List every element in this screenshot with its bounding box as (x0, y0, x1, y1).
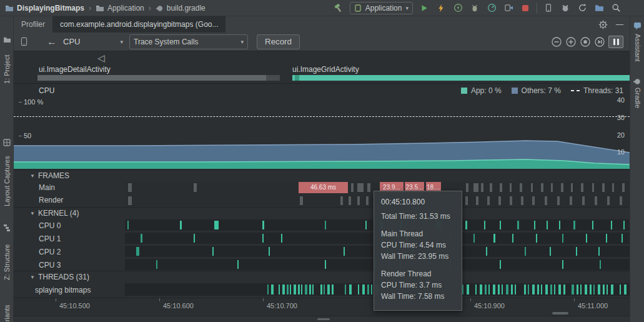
stop-button[interactable] (520, 3, 531, 14)
frame-block[interactable] (612, 183, 614, 192)
frame-block[interactable] (465, 196, 468, 205)
debug-icon[interactable] (469, 3, 480, 14)
frame-block[interactable] (520, 183, 522, 192)
frame-block[interactable] (340, 196, 343, 205)
frame-block[interactable] (531, 183, 533, 192)
device-manager-icon[interactable] (543, 3, 554, 14)
frame-block[interactable] (357, 183, 364, 192)
frame-block[interactable] (466, 183, 468, 192)
profile-button[interactable] (486, 3, 497, 14)
frame-block[interactable] (545, 196, 547, 205)
gradle-tool-icon[interactable] (633, 78, 642, 85)
frame-block[interactable] (498, 196, 501, 205)
kernel-section-header[interactable]: ▼KERNEL (4) (30, 209, 79, 218)
frame-block[interactable] (367, 183, 370, 192)
frame-block[interactable] (521, 196, 523, 205)
tab-profiler[interactable]: Profiler (14, 16, 52, 33)
zoom-out-button[interactable] (551, 36, 562, 48)
frame-block-janky[interactable]: 46.63 ms (299, 182, 348, 193)
frame-block[interactable] (592, 183, 594, 192)
frame-block[interactable] (532, 196, 535, 205)
tool-button-structure[interactable]: Z: Structure (3, 233, 11, 280)
frame-block[interactable] (300, 196, 303, 205)
sync-project-icon[interactable] (577, 3, 588, 14)
reset-zoom-button[interactable] (580, 36, 591, 48)
record-button[interactable]: Record (257, 34, 300, 49)
tool-button-layout-captures[interactable]: Layout Captures (3, 148, 11, 206)
breadcrumb-project[interactable]: DisplayingBitmaps (5, 4, 84, 13)
tool-button-gradle[interactable]: Gradle (634, 88, 642, 115)
zoom-in-button[interactable] (565, 36, 577, 48)
frame-block[interactable] (490, 183, 492, 192)
frames-section-header[interactable]: ▼FRAMES (30, 171, 69, 180)
project-tool-icon[interactable] (3, 36, 11, 43)
frame-block[interactable] (541, 183, 543, 192)
attach-debugger-icon[interactable] (503, 3, 514, 14)
assistant-tool-icon[interactable] (633, 22, 642, 30)
frame-block[interactable] (561, 183, 563, 192)
activity-label-detail[interactable]: ui.ImageDetailActivity (39, 65, 111, 74)
apply-code-changes-icon[interactable] (452, 3, 463, 14)
search-icon[interactable] (610, 3, 622, 14)
run-config-selector[interactable]: Application ▾ (350, 2, 413, 14)
frame-block[interactable] (510, 196, 512, 205)
bottom-bar-handle[interactable] (317, 318, 330, 320)
tool-button-build-variants[interactable]: ild Variants (3, 290, 11, 322)
frame-block[interactable] (571, 183, 573, 192)
frame-block[interactable] (595, 196, 597, 205)
frame-block[interactable] (557, 196, 560, 205)
cpu-activity-mark (156, 260, 157, 269)
time-axis-tick (574, 298, 575, 301)
trace-mode-select[interactable]: Trace System Calls ▾ (129, 34, 248, 49)
breadcrumb-file[interactable]: build.gradle (156, 4, 206, 13)
horizontal-scrollbar-thumb[interactable] (552, 312, 568, 314)
layout-captures-icon[interactable] (3, 139, 11, 146)
frame-block[interactable] (351, 183, 354, 192)
hide-panel-icon[interactable]: — (616, 20, 623, 29)
frame-block[interactable] (500, 183, 502, 192)
activity-label-grid[interactable]: ui.ImageGridActivity (292, 65, 359, 74)
device-file-explorer-icon[interactable] (593, 3, 605, 14)
frame-block[interactable] (194, 183, 197, 192)
build-hammer-icon[interactable] (333, 3, 344, 14)
session-device-icon[interactable] (20, 36, 28, 47)
frame-block[interactable] (473, 183, 478, 192)
frame-block[interactable] (357, 196, 360, 205)
frame-block[interactable] (510, 183, 512, 192)
goto-live-button[interactable] (594, 36, 605, 48)
tool-button-project[interactable]: 1: Project (3, 45, 11, 84)
structure-tool-icon[interactable] (3, 224, 11, 231)
gear-icon[interactable] (597, 19, 608, 30)
frame-block[interactable] (602, 183, 605, 192)
logcat-icon[interactable] (560, 3, 571, 14)
frame-block[interactable] (622, 183, 625, 192)
thread-row-label[interactable]: splaying bitmaps (35, 286, 91, 294)
profiler-type-dropdown[interactable]: CPU ▾ (63, 37, 123, 46)
frame-block[interactable] (349, 196, 351, 205)
frame-block[interactable] (128, 183, 132, 192)
cpu-activity-mark (212, 247, 214, 256)
frame-block[interactable] (607, 196, 610, 205)
frame-block[interactable] (570, 196, 572, 205)
apply-changes-icon[interactable] (435, 3, 447, 14)
frame-block[interactable] (582, 196, 585, 205)
tab-profiler-session[interactable]: com.example.android.displayingbitmaps (G… (52, 16, 225, 33)
back-button[interactable]: ← (47, 36, 57, 48)
run-button[interactable] (419, 3, 430, 14)
pause-live-button[interactable] (608, 36, 623, 48)
breadcrumb-module[interactable]: Application (96, 4, 144, 13)
frame-block[interactable] (481, 183, 483, 192)
activity-nav-back-icon[interactable]: ◁ (97, 53, 105, 64)
frame-block[interactable] (487, 196, 490, 205)
frame-block[interactable] (551, 183, 553, 192)
activity-bar-grid[interactable] (292, 75, 630, 81)
frame-block[interactable] (366, 196, 369, 205)
threads-section-header[interactable]: ▼THREADS (31) (30, 273, 89, 281)
frame-block[interactable] (128, 196, 132, 205)
activity-bar-detail[interactable] (37, 75, 280, 81)
frame-block[interactable] (581, 183, 583, 192)
cpu-usage-area-chart[interactable] (14, 84, 630, 169)
frame-block[interactable] (476, 196, 478, 205)
frame-block[interactable] (620, 196, 622, 205)
tool-button-assistant[interactable]: Assistant (634, 34, 642, 73)
